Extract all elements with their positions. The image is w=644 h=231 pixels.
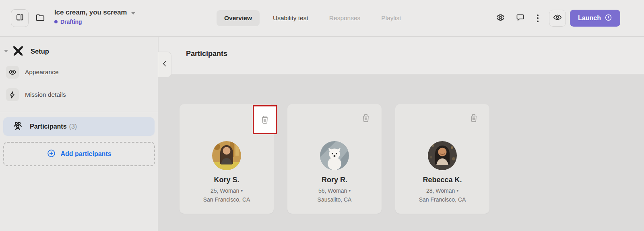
participants-count: (3) — [69, 123, 77, 130]
header-tabs: Overview Usability test Responses Playli… — [217, 10, 409, 26]
launch-label: Launch — [578, 15, 601, 22]
chevron-down-icon — [4, 50, 8, 52]
sidebar-item-label: Mission details — [25, 91, 66, 98]
users-group-icon — [12, 121, 24, 133]
delete-participant-button[interactable] — [260, 114, 270, 125]
tab-responses[interactable]: Responses — [322, 10, 368, 26]
participants-area: Kory S. 25, Woman • San Francisco, CA — [159, 74, 644, 231]
gear-icon — [496, 13, 505, 24]
tab-overview[interactable]: Overview — [217, 10, 260, 26]
participant-name: Rory R. — [287, 176, 382, 184]
participant-name: Kory S. — [180, 176, 274, 184]
comments-button[interactable] — [515, 13, 525, 24]
sidebar-item-label: Appearance — [25, 69, 59, 76]
participant-card-rebecca: Rebecca K. 28, Woman • San Francisco, CA — [395, 104, 489, 214]
folder-icon — [35, 12, 45, 25]
status-dot-icon — [54, 20, 58, 23]
chevron-down-icon — [131, 12, 136, 15]
participant-meta: 25, Woman • San Francisco, CA — [180, 186, 274, 204]
participant-name: Rebecca K. — [395, 176, 489, 184]
status-label: Drafting — [60, 19, 82, 25]
participant-meta-line2: San Francisco, CA — [395, 195, 489, 204]
page-title: Participants — [159, 37, 644, 58]
avatar — [428, 141, 457, 170]
participant-meta-line1: 56, Woman • — [287, 186, 382, 195]
top-header: Ice cream, you scream Drafting Overview … — [0, 0, 644, 37]
sidebar-item-mission-details[interactable]: Mission details — [6, 88, 158, 101]
main-header-band: Participants — [159, 37, 644, 74]
sidebar-setup-label: Setup — [31, 48, 49, 55]
header-actions: Launch — [495, 10, 620, 27]
participant-meta-line1: 25, Woman • — [180, 186, 274, 195]
avatar — [320, 141, 349, 170]
plus-circle-icon — [47, 149, 56, 159]
sidebar-divider — [0, 112, 158, 112]
chevron-left-icon — [162, 60, 167, 69]
more-options-button[interactable] — [535, 15, 541, 22]
project-title-dropdown[interactable]: Ice cream, you scream Drafting — [54, 8, 136, 25]
participant-card-rory: Rory R. 56, Woman • Sausalito, CA — [287, 104, 382, 214]
avatar — [212, 141, 241, 170]
add-participants-button[interactable]: Add participants — [3, 142, 155, 166]
sidebar-item-appearance[interactable]: Appearance — [6, 66, 158, 79]
eye-icon — [6, 66, 19, 79]
page: Ice cream, you scream Drafting Overview … — [0, 0, 644, 231]
lightning-bolt-icon — [6, 88, 19, 101]
project-status: Drafting — [54, 19, 136, 25]
settings-button[interactable] — [495, 13, 505, 24]
participant-meta-line2: San Francisco, CA — [180, 195, 274, 204]
eye-icon — [553, 12, 562, 24]
app-logo-button[interactable] — [11, 9, 29, 27]
sidebar-section-setup[interactable]: Setup — [4, 45, 158, 58]
project-title: Ice cream, you scream — [54, 8, 127, 17]
participant-meta-line2: Sausalito, CA — [287, 195, 382, 204]
crossed-pencils-icon — [12, 45, 25, 58]
setup-sidebar: Setup Appearance Mission details — [0, 37, 158, 231]
tab-usability-test[interactable]: Usability test — [265, 10, 316, 26]
participant-cards: Kory S. 25, Woman • San Francisco, CA — [159, 74, 644, 214]
sidebar-collapse-button[interactable] — [158, 52, 171, 77]
kebab-icon — [537, 15, 539, 16]
chat-bubble-icon — [516, 13, 525, 24]
folder-button[interactable] — [34, 12, 46, 25]
sidebar-item-participants[interactable]: Participants (3) — [3, 117, 155, 136]
sidebar-participants-label: Participants — [30, 123, 67, 130]
main-panel: Participants — [159, 37, 644, 231]
alert-circle-icon — [605, 14, 612, 23]
annotation-highlight-box — [253, 105, 277, 134]
preview-button[interactable] — [549, 10, 566, 27]
add-participants-label: Add participants — [60, 150, 111, 158]
launch-button[interactable]: Launch — [570, 10, 620, 27]
participant-meta-line1: 28, Woman • — [395, 186, 489, 195]
delete-participant-button[interactable] — [361, 113, 371, 123]
delete-participant-button[interactable] — [469, 113, 479, 123]
participant-meta: 28, Woman • San Francisco, CA — [395, 186, 489, 204]
participant-meta: 56, Woman • Sausalito, CA — [287, 186, 382, 204]
app-logo-icon — [15, 12, 25, 24]
participant-card-kory: Kory S. 25, Woman • San Francisco, CA — [180, 104, 274, 214]
tab-playlist[interactable]: Playlist — [374, 10, 409, 26]
